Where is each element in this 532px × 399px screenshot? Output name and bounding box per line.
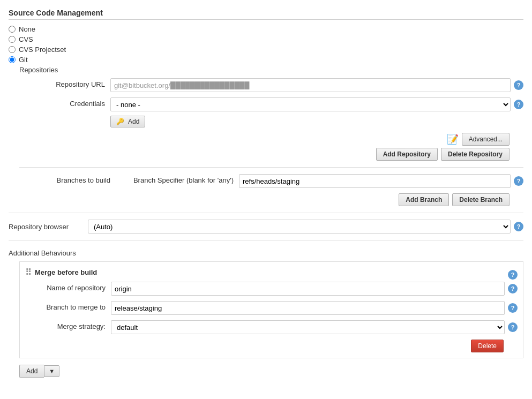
key-icon: 🔑 xyxy=(116,118,124,125)
scm-option-git[interactable]: Git xyxy=(9,56,523,64)
branch-to-merge-input[interactable]: release/staging xyxy=(111,301,505,315)
divider-1 xyxy=(19,167,523,168)
branch-specifier-label: Branch Specifier (blank for 'any') xyxy=(116,174,239,184)
additional-behaviours-section: Additional Behaviours ⠿ Merge before bui… xyxy=(9,249,523,378)
add-behaviour-dropdown-button[interactable]: ▼ xyxy=(44,365,59,377)
scm-cvs-label: CVS xyxy=(19,35,33,43)
repositories-label: Repositories xyxy=(19,66,523,74)
scm-git-label: Git xyxy=(19,56,28,64)
merge-strategy-select[interactable]: default xyxy=(111,320,505,334)
repo-browser-row: Repository browser (Auto) ? xyxy=(9,220,523,234)
add-repository-button[interactable]: Add Repository xyxy=(376,148,438,161)
name-of-repo-label: Name of repository xyxy=(25,282,111,292)
behaviour-title-row: ⠿ Merge before build xyxy=(25,267,97,277)
name-of-repo-input[interactable]: origin xyxy=(111,282,505,296)
repository-url-input[interactable]: git@bitbucket.org/████████████████ xyxy=(110,78,511,92)
additional-behaviours-label: Additional Behaviours xyxy=(9,249,523,257)
repository-url-label: Repository URL xyxy=(19,78,110,88)
repository-url-row: Repository URL git@bitbucket.org/███████… xyxy=(19,78,523,92)
scm-option-none[interactable]: None xyxy=(9,25,523,33)
section-title: Source Code Management xyxy=(9,9,523,20)
repo-browser-help-icon[interactable]: ? xyxy=(514,222,523,231)
credentials-label: Credentials xyxy=(19,97,110,108)
repository-url-help-icon[interactable]: ? xyxy=(514,80,523,90)
drag-handle-icon[interactable]: ⠿ xyxy=(25,267,32,277)
behaviour-help-icon[interactable]: ? xyxy=(508,270,518,280)
divider-2 xyxy=(9,213,523,213)
merge-strategy-row: Merge strategy: default ? xyxy=(25,320,518,334)
advanced-button[interactable]: Advanced... xyxy=(462,133,509,146)
merge-strategy-help-icon[interactable]: ? xyxy=(508,322,518,332)
scm-none-label: None xyxy=(19,25,35,33)
scm-option-cvs[interactable]: CVS xyxy=(9,35,523,43)
add-behaviour-button[interactable]: Add xyxy=(19,365,44,378)
add-credential-label: Add xyxy=(128,118,139,125)
branch-specifier-input[interactable]: refs/heads/staging xyxy=(239,174,511,188)
advanced-note-icon: 📝 xyxy=(447,133,459,145)
name-of-repo-help-icon[interactable]: ? xyxy=(508,284,518,293)
branch-specifier-row: Branch Specifier (blank for 'any') refs/… xyxy=(116,174,523,188)
add-behaviour-row: Add ▼ xyxy=(19,365,523,378)
delete-repository-button[interactable]: Delete Repository xyxy=(441,148,509,161)
behaviour-title-text: Merge before build xyxy=(35,268,97,276)
delete-button[interactable]: Delete xyxy=(471,340,504,352)
credentials-help-icon[interactable]: ? xyxy=(514,100,523,109)
credentials-row: Credentials - none - ? 🔑 Add xyxy=(19,97,523,127)
branch-specifier-help-icon[interactable]: ? xyxy=(514,176,523,186)
delete-branch-button[interactable]: Delete Branch xyxy=(452,193,509,206)
branches-label: Branches to build xyxy=(19,174,116,184)
add-credential-button[interactable]: 🔑 Add xyxy=(110,116,145,127)
name-of-repo-row: Name of repository origin ? xyxy=(25,282,518,296)
merge-strategy-label: Merge strategy: xyxy=(25,320,111,330)
branches-row: Branches to build Branch Specifier (blan… xyxy=(19,174,523,206)
repo-browser-label: Repository browser xyxy=(9,223,84,231)
divider-3 xyxy=(9,240,523,240)
behaviour-item: ⠿ Merge before build ? Name of repositor… xyxy=(19,261,523,358)
scm-cvs-projectset-label: CVS Projectset xyxy=(19,46,66,54)
repo-browser-select[interactable]: (Auto) xyxy=(88,220,511,234)
add-branch-button[interactable]: Add Branch xyxy=(399,193,449,206)
branch-to-merge-label: Branch to merge to xyxy=(25,301,111,311)
credentials-select[interactable]: - none - xyxy=(110,97,511,111)
branch-to-merge-row: Branch to merge to release/staging ? xyxy=(25,301,518,315)
scm-option-cvs-projectset[interactable]: CVS Projectset xyxy=(9,46,523,54)
branch-to-merge-help-icon[interactable]: ? xyxy=(508,303,518,313)
